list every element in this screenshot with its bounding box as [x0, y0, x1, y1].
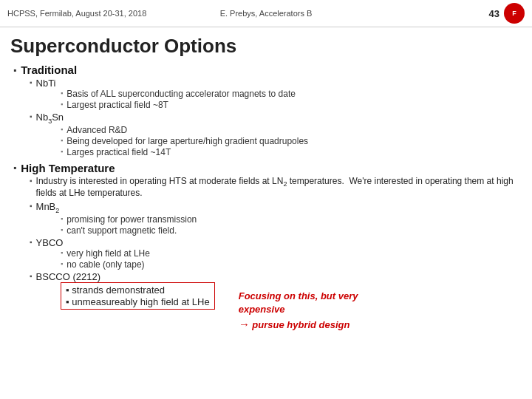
- header-left: HCPSS, Fermilab, August 20-31, 2018: [7, 9, 180, 18]
- content-area: Traditional NbTi Basis of ALL supercondu…: [0, 64, 532, 332]
- ybco-item-2: no cable (only tape): [61, 259, 519, 270]
- subsection-nbti-label: NbTi: [30, 78, 519, 89]
- header-right: 43 F: [352, 3, 525, 24]
- subsection-nb3sn: Nb3Sn Advanced R&D Being developed for l…: [30, 112, 519, 157]
- subsection-ybco: YBCO very high field at LHe no cable (on…: [30, 237, 519, 270]
- subsection-ybco-label: YBCO: [30, 237, 519, 248]
- bscco-callout: Focusing on this, but very expensive → p…: [239, 290, 379, 332]
- section-traditional: Traditional NbTi Basis of ALL supercondu…: [13, 64, 519, 157]
- section-traditional-label: Traditional: [13, 64, 519, 76]
- ybco-item-1: very high field at LHe: [61, 248, 519, 259]
- mnb2-item-1: promising for power transmission: [61, 214, 519, 225]
- callout-line-2: → pursue hybrid design: [239, 316, 379, 332]
- header: HCPSS, Fermilab, August 20-31, 2018 E. P…: [0, 0, 532, 27]
- page-number: 43: [489, 8, 499, 19]
- bscco-highlighted-box: ▪ strands demonstrated ▪ unmeasureably h…: [61, 282, 215, 311]
- nbti-item-1: Basis of ALL superconducting accelerator…: [61, 89, 519, 99]
- subsection-nbti: NbTi Basis of ALL superconducting accele…: [30, 78, 519, 110]
- callout-line-1: Focusing on this, but very expensive: [239, 290, 379, 316]
- subsection-nb3sn-label: Nb3Sn: [30, 112, 519, 125]
- nbti-item-2: Largest practical field ~8T: [61, 100, 519, 110]
- subsection-bscco-label: BSCCO (2212): [30, 271, 519, 282]
- mnb2-item-2: can't support magnetic field.: [61, 225, 519, 236]
- bscco-box: ▪ strands demonstrated ▪ unmeasureably h…: [61, 282, 215, 310]
- section-ht-label: High Temperature: [13, 162, 519, 174]
- subsection-mnb2-label: MnB2: [30, 201, 519, 214]
- bscco-row: ▪ strands demonstrated ▪ unmeasureably h…: [30, 282, 519, 332]
- arrow-icon: →: [239, 318, 250, 330]
- nb3sn-item-1: Advanced R&D: [61, 125, 519, 135]
- nb3sn-item-2: Being developed for large aperture/high …: [61, 136, 519, 146]
- ht-intro: Industry is interested in operating HTS …: [30, 176, 519, 198]
- page-title: Superconductor Options: [0, 27, 532, 64]
- subsection-bscco: BSCCO (2212) ▪ strands demonstrated ▪ un…: [30, 271, 519, 332]
- section-high-temperature: High Temperature Industry is interested …: [13, 162, 519, 332]
- bscco-list: ▪ strands demonstrated ▪ unmeasureably h…: [30, 282, 215, 312]
- header-center: E. Prebys, Accelerators B: [180, 9, 352, 18]
- subsection-mnb2: MnB2 promising for power transmission ca…: [30, 201, 519, 236]
- nb3sn-item-3: Larges practical field ~14T: [61, 147, 519, 157]
- logo-icon: F: [504, 3, 525, 24]
